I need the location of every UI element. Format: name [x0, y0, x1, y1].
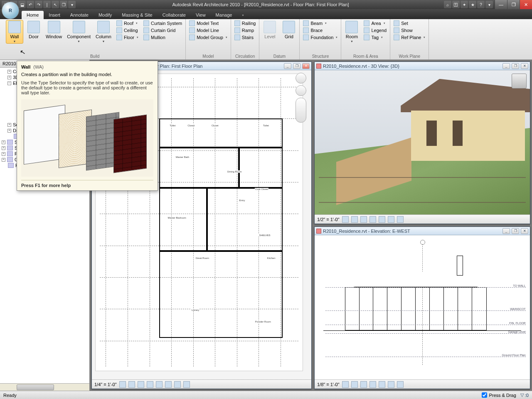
scale-label[interactable]: 1/8" = 1'-0"	[317, 382, 340, 387]
reveal-icon[interactable]	[183, 381, 190, 388]
shadows-icon[interactable]	[369, 381, 376, 388]
doc-max-button[interactable]: ❐	[512, 63, 519, 69]
hide-icon[interactable]	[397, 381, 404, 388]
visual-style-icon[interactable]	[351, 381, 358, 388]
hide-icon[interactable]	[174, 381, 181, 388]
detail-level-icon[interactable]	[119, 381, 126, 388]
tab-manage[interactable]: Manage	[211, 11, 237, 19]
floor-button[interactable]: Floor▾	[115, 34, 140, 41]
doc-max-button[interactable]: ❐	[293, 63, 300, 69]
doc-min-button[interactable]: _	[502, 228, 510, 234]
sun-path-icon[interactable]	[360, 216, 367, 223]
tab-home[interactable]: Home	[22, 11, 44, 19]
shadows-icon[interactable]	[369, 216, 376, 223]
sun-path-icon[interactable]	[138, 381, 144, 388]
tab-collaborate[interactable]: Collaborate	[158, 11, 191, 19]
tab-addins-icon[interactable]: ▫	[237, 11, 249, 19]
crop-icon[interactable]	[379, 216, 385, 223]
3d-view-canvas[interactable]	[315, 70, 530, 214]
tree-expand-icon[interactable]: +	[7, 76, 11, 79]
curtain-system-button[interactable]: Curtain System	[142, 20, 184, 27]
doc-min-button[interactable]: _	[502, 63, 510, 69]
close-button[interactable]: ✕	[520, 0, 532, 9]
legend-button[interactable]: Legend	[362, 27, 388, 34]
panel-work-plane-label[interactable]: Work Plane	[392, 53, 427, 59]
search-icon[interactable]: ⌕	[444, 1, 451, 8]
ref-plane-button[interactable]: Ref Plane▾	[392, 34, 427, 41]
ramp-button[interactable]: Ramp	[233, 27, 258, 34]
qat-redo-icon[interactable]: ↷	[35, 1, 42, 8]
view-cube-icon[interactable]	[512, 74, 527, 89]
panel-model-label[interactable]: Model	[187, 53, 229, 59]
maximize-button[interactable]: ❐	[507, 0, 520, 9]
steering-wheel-icon[interactable]	[296, 73, 306, 84]
detail-level-icon[interactable]	[342, 381, 349, 388]
browser-scrollbar[interactable]	[0, 383, 89, 391]
tab-massing-site[interactable]: Massing & Site	[117, 11, 157, 19]
comm-icon[interactable]: ✦	[461, 1, 468, 8]
qat-3d-icon[interactable]: ❐	[60, 1, 67, 8]
brace-button[interactable]: Brace	[301, 27, 339, 34]
panel-circulation-label[interactable]: Circulation	[233, 53, 258, 59]
press-drag-checkbox[interactable]: Press & Drag	[482, 392, 516, 398]
tree-expand-icon[interactable]: +	[2, 158, 5, 162]
component-button[interactable]: Component▼	[65, 20, 92, 44]
pan-icon[interactable]	[296, 98, 306, 123]
mullion-button[interactable]: Mullion	[142, 34, 184, 41]
help-drop-icon[interactable]: ▾	[485, 1, 493, 8]
roof-button[interactable]: Roof▾	[115, 20, 140, 27]
qat-drop-icon[interactable]: ▾	[68, 1, 76, 8]
qat-undo-icon[interactable]: ↶	[27, 1, 34, 8]
tab-annotate[interactable]: Annotate	[65, 11, 94, 19]
doc-max-button[interactable]: ❐	[512, 228, 519, 234]
doc-close-button[interactable]: ✕	[521, 228, 528, 234]
tree-expand-icon[interactable]: +	[2, 146, 5, 150]
panel-datum-label[interactable]: Datum	[261, 53, 298, 59]
doc-min-button[interactable]: _	[284, 63, 291, 69]
application-menu-orb[interactable]: R	[2, 2, 19, 19]
crop-icon[interactable]	[379, 381, 385, 388]
panel-build-label[interactable]: Build	[6, 53, 184, 59]
fav-icon[interactable]: ★	[469, 1, 476, 8]
railing-button[interactable]: Railing	[233, 20, 258, 27]
model-group-button[interactable]: Model Group▾	[187, 34, 229, 41]
shadows-icon[interactable]	[147, 381, 153, 388]
help-icon[interactable]: ?	[477, 1, 485, 8]
doc-close-button[interactable]: ✕	[302, 63, 310, 69]
door-button[interactable]: Door	[25, 20, 42, 40]
room-button[interactable]: Room▼	[343, 20, 360, 44]
sun-path-icon[interactable]	[360, 381, 367, 388]
crop-region-icon[interactable]	[388, 216, 394, 223]
panel-room-area-label[interactable]: Room & Area	[343, 53, 388, 59]
ceiling-button[interactable]: Ceiling	[115, 27, 140, 34]
hide-icon[interactable]	[397, 216, 404, 223]
beam-button[interactable]: Beam▾	[301, 20, 339, 27]
tree-expand-icon[interactable]: +	[2, 152, 5, 156]
qat-save-icon[interactable]: ⬓	[18, 1, 26, 8]
panel-structure-label[interactable]: Structure	[301, 53, 339, 59]
crop-region-icon[interactable]	[165, 381, 172, 388]
window-button[interactable]: Window	[44, 20, 64, 40]
tab-modify[interactable]: Modify	[94, 11, 117, 19]
model-text-button[interactable]: Model Text	[187, 20, 229, 27]
crop-icon[interactable]	[156, 381, 163, 388]
selection-filter[interactable]: ▽:0	[520, 392, 529, 398]
key-icon[interactable]: ⚿	[452, 1, 460, 8]
qat-pointer-icon[interactable]: ↖	[52, 1, 59, 8]
column-button[interactable]: Column▼	[94, 20, 113, 44]
tree-expand-icon[interactable]: −	[7, 81, 11, 85]
tag-button[interactable]: Tag▾	[362, 34, 388, 41]
visual-style-icon[interactable]	[351, 216, 358, 223]
detail-level-icon[interactable]	[342, 216, 349, 223]
wall-button[interactable]: Wall▼	[6, 20, 23, 44]
grid-button[interactable]: Grid	[280, 20, 298, 40]
tab-view[interactable]: View	[191, 11, 211, 19]
area-button[interactable]: Area▾	[362, 20, 388, 27]
crop-region-icon[interactable]	[388, 381, 394, 388]
tab-insert[interactable]: Insert	[44, 11, 65, 19]
zoom-icon[interactable]	[296, 85, 306, 96]
elevation-canvas[interactable]: TO WALL WAINSCOT FIN. FLOOR Garage Level…	[315, 235, 530, 379]
doc-close-button[interactable]: ✕	[521, 63, 528, 69]
tree-expand-icon[interactable]: +	[7, 123, 11, 127]
stairs-button[interactable]: Stairs	[233, 34, 258, 41]
